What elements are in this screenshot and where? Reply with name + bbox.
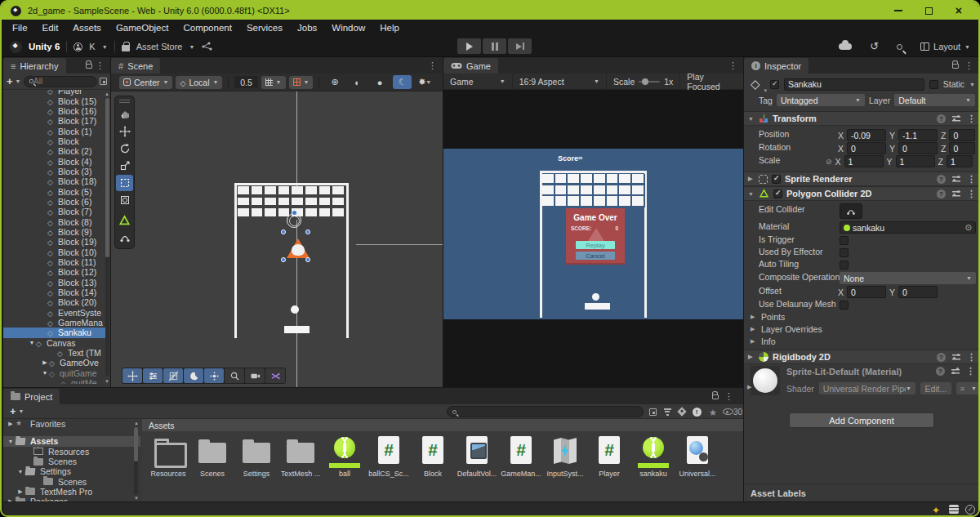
asset-store-icon[interactable] (122, 45, 130, 51)
rotation-y-field[interactable]: 0 (898, 142, 938, 154)
hierarchy-item[interactable]: Block (13) (3, 278, 105, 287)
scale-y-field[interactable]: 1 (896, 155, 935, 167)
hierarchy-item[interactable]: Sankaku (3, 328, 105, 337)
is-trigger-checkbox[interactable] (840, 236, 849, 245)
kebab-menu-icon[interactable] (964, 60, 973, 71)
unity-hub-icon[interactable] (10, 41, 22, 53)
effects-toggle[interactable]: ☾ (393, 75, 412, 89)
cancel-button[interactable]: Cancel (576, 252, 615, 260)
palette-drag-handle[interactable] (119, 100, 130, 103)
hierarchy-item[interactable]: Block (16) (3, 106, 105, 116)
pause-button[interactable] (483, 38, 506, 54)
scale-slider[interactable] (639, 81, 660, 82)
name-field[interactable]: Sankaku (784, 78, 924, 91)
display-dropdown[interactable]: Game ▼ (443, 74, 513, 89)
active-checkbox[interactable] (770, 80, 779, 89)
foldout-arrow[interactable]: ▶ (41, 359, 49, 366)
project-tree-item[interactable]: ▼ Assets (3, 436, 140, 446)
hierarchy-item[interactable]: Block (17) (3, 116, 105, 126)
selection-handle[interactable] (281, 257, 286, 262)
lock-icon[interactable] (86, 64, 92, 69)
kebab-menu-icon[interactable] (724, 391, 733, 402)
lock-icon[interactable] (952, 64, 959, 69)
gameobject-icon[interactable] (749, 77, 765, 91)
play-button[interactable] (457, 38, 481, 54)
code-coverage-ok-icon[interactable]: ✓ (964, 504, 977, 515)
layer-dropdown[interactable]: Default ▼ (894, 94, 975, 106)
scale-x-field[interactable]: 1 (844, 155, 884, 167)
search-scope-icon[interactable] (100, 78, 107, 85)
scroll-up-icon[interactable]: ▲ (105, 91, 109, 96)
hand-tool-button[interactable] (116, 106, 133, 123)
asset-store-button[interactable]: Asset Store (136, 42, 183, 51)
project-tree-item[interactable]: ▶ Favorites (3, 419, 140, 429)
hidden-count-eye-icon[interactable] (722, 407, 733, 417)
hierarchy-item[interactable]: ▼ Canvas (3, 338, 105, 348)
static-checkbox[interactable] (929, 80, 938, 89)
tab-game[interactable]: Game (443, 58, 498, 74)
scroll-down-icon[interactable]: ▼ (134, 496, 139, 501)
asset-item[interactable]: Settings (237, 435, 276, 478)
asset-item[interactable]: Block (413, 435, 452, 478)
move-tool-button[interactable] (116, 123, 133, 140)
grid-visibility-button[interactable]: ▼ (261, 76, 286, 89)
hierarchy-item[interactable]: Block (12) (3, 267, 105, 277)
minimize-button[interactable] (894, 10, 902, 11)
foldout-arrow[interactable]: ▼ (748, 191, 755, 197)
search-icon[interactable] (897, 44, 902, 50)
material-foldout-arrow[interactable]: ▶ (747, 384, 754, 390)
hierarchy-item[interactable]: Block (14) (3, 287, 105, 297)
create-asset-button[interactable]: + (10, 407, 16, 417)
preset-icon[interactable] (952, 176, 960, 183)
alert-icon[interactable]: ! (691, 407, 702, 417)
hierarchy-item[interactable]: Block (11) (3, 257, 105, 267)
preset-icon[interactable] (952, 115, 960, 123)
type-filter-icon[interactable] (662, 407, 673, 417)
kebab-menu-icon[interactable] (967, 114, 976, 124)
orientation-dropdown[interactable]: Local ▼ (176, 76, 222, 89)
cache-server-icon[interactable] (947, 504, 960, 515)
edit-collider-button[interactable] (840, 203, 862, 219)
kebab-menu-icon[interactable] (967, 352, 976, 363)
account-initial[interactable]: K (89, 42, 95, 51)
close-button[interactable]: × (956, 7, 962, 15)
shader-dropdown[interactable]: Universal Render Pipelin ▼ (819, 382, 915, 394)
overlay-settings-button[interactable] (143, 368, 163, 383)
project-tree-item[interactable]: ▼ Settings (3, 466, 140, 476)
scale-tool-button[interactable] (116, 158, 133, 174)
foldout-arrow[interactable]: ▼ (7, 439, 15, 444)
rect-tool-button[interactable] (116, 175, 133, 191)
menu-item[interactable]: GameObject (109, 20, 176, 36)
points-foldout[interactable]: ▶Points (751, 312, 785, 322)
hierarchy-item[interactable]: ▼ quitGame (3, 368, 105, 378)
overlay-2d-button[interactable] (184, 368, 203, 383)
menu-item[interactable]: Component (176, 20, 238, 36)
position-z-field[interactable]: 0 (949, 129, 975, 141)
position-y-field[interactable]: -1.1 (898, 129, 938, 141)
asset-labels-section[interactable]: Asset Labels (744, 484, 980, 501)
asset-item[interactable]: ball (325, 435, 364, 478)
rotation-x-field[interactable]: 0 (847, 142, 886, 154)
overlay-search-button[interactable] (225, 368, 244, 383)
used-by-effector-checkbox[interactable] (840, 248, 849, 257)
project-tree-item[interactable]: Resources (3, 447, 140, 457)
menu-item[interactable]: Edit (35, 20, 66, 36)
foldout-arrow[interactable]: ▶ (7, 421, 15, 427)
grid-size-field[interactable]: 0.5 (234, 76, 257, 88)
pivot-dropdown[interactable]: Center ▼ (119, 76, 172, 89)
info-foldout[interactable]: ▶Info (751, 336, 776, 346)
add-object-button[interactable]: + (7, 77, 13, 87)
hierarchy-item[interactable]: quitMe (3, 378, 105, 384)
project-tree-item[interactable]: Scenes (3, 457, 140, 466)
material-field[interactable]: sankaku ⊙ (840, 221, 976, 234)
replay-button[interactable]: Replay (576, 241, 615, 249)
aspect-dropdown[interactable]: 16:9 Aspect ▼ (513, 74, 607, 89)
tab-inspector[interactable]: i Inspector (744, 58, 808, 74)
preset-icon[interactable] (951, 368, 960, 375)
hierarchy-item[interactable]: Block (6) (3, 197, 105, 207)
tab-project[interactable]: Project (3, 389, 60, 404)
hierarchy-item[interactable]: EventSyste (3, 308, 105, 318)
help-icon[interactable]: ? (936, 367, 945, 376)
offset-x-field[interactable]: 0 (847, 286, 886, 298)
kebab-menu-icon[interactable] (96, 60, 105, 71)
